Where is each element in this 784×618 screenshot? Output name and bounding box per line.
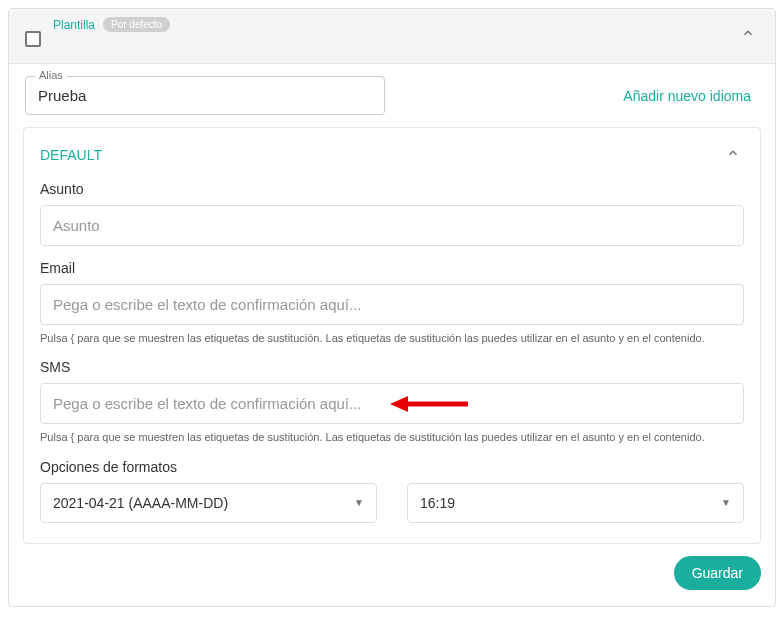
- add-language-link[interactable]: Añadir nuevo idioma: [623, 88, 759, 104]
- default-badge: Por defecto: [103, 17, 170, 32]
- chevron-down-icon: ▼: [354, 497, 364, 508]
- sms-block: SMS Pulsa { para que se muestren las eti…: [40, 359, 744, 444]
- save-button[interactable]: Guardar: [674, 556, 761, 590]
- date-format-value: 2021-04-21 (AAAA-MM-DD): [53, 495, 228, 511]
- email-label: Email: [40, 260, 744, 276]
- template-card: Plantilla Por defecto Alias Añadir nuevo…: [8, 8, 776, 607]
- alias-input[interactable]: [25, 76, 385, 115]
- default-body: Asunto Email Pulsa { para que se muestre…: [24, 181, 760, 543]
- card-header: Plantilla Por defecto: [9, 9, 775, 64]
- header-left: Plantilla Por defecto: [25, 21, 170, 47]
- sms-label: SMS: [40, 359, 744, 375]
- sms-helper: Pulsa { para que se muestren las etiquet…: [40, 430, 744, 444]
- collapse-icon[interactable]: [737, 22, 759, 47]
- asunto-block: Asunto: [40, 181, 744, 246]
- alias-field-wrap: Alias: [25, 76, 385, 115]
- footer: Guardar: [17, 544, 767, 596]
- format-label: Opciones de formatos: [40, 459, 744, 475]
- alias-row: Alias Añadir nuevo idioma: [17, 64, 767, 121]
- alias-label: Alias: [35, 69, 67, 81]
- default-header: DEFAULT: [24, 128, 760, 181]
- email-helper: Pulsa { para que se muestren las etiquet…: [40, 331, 744, 345]
- format-block: Opciones de formatos 2021-04-21 (AAAA-MM…: [40, 459, 744, 523]
- time-col: 16:19 ▼: [407, 483, 744, 523]
- asunto-input[interactable]: [40, 205, 744, 246]
- template-checkbox[interactable]: [25, 31, 41, 47]
- default-title: DEFAULT: [40, 147, 102, 163]
- date-format-select[interactable]: 2021-04-21 (AAAA-MM-DD) ▼: [40, 483, 377, 523]
- time-format-select[interactable]: 16:19 ▼: [407, 483, 744, 523]
- time-format-value: 16:19: [420, 495, 455, 511]
- email-block: Email Pulsa { para que se muestren las e…: [40, 260, 744, 345]
- header-meta: Plantilla Por defecto: [53, 17, 170, 32]
- section-collapse-icon[interactable]: [722, 142, 744, 167]
- default-section: DEFAULT Asunto Email Pulsa { para que se…: [23, 127, 761, 544]
- asunto-label: Asunto: [40, 181, 744, 197]
- sms-input-wrap: [40, 383, 744, 424]
- card-body: Alias Añadir nuevo idioma DEFAULT Asunto…: [9, 64, 775, 606]
- chevron-down-icon: ▼: [721, 497, 731, 508]
- sms-input[interactable]: [40, 383, 744, 424]
- email-input[interactable]: [40, 284, 744, 325]
- format-row: 2021-04-21 (AAAA-MM-DD) ▼ 16:19 ▼: [40, 483, 744, 523]
- plantilla-label: Plantilla: [53, 18, 95, 32]
- date-col: 2021-04-21 (AAAA-MM-DD) ▼: [40, 483, 377, 523]
